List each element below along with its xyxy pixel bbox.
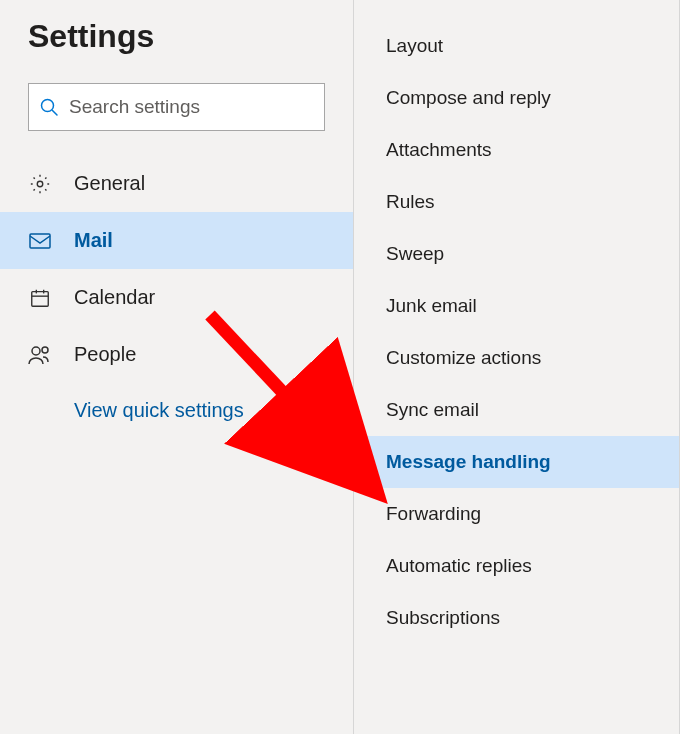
sub-item-subscriptions[interactable]: Subscriptions — [354, 592, 679, 644]
search-box[interactable] — [28, 83, 325, 131]
search-icon — [39, 97, 59, 117]
svg-rect-3 — [30, 234, 50, 248]
sub-item-label: Junk email — [386, 295, 477, 317]
nav-item-people[interactable]: People — [0, 326, 353, 383]
sub-item-label: Subscriptions — [386, 607, 500, 629]
calendar-icon — [28, 286, 52, 310]
sub-item-rules[interactable]: Rules — [354, 176, 679, 228]
general-icon — [28, 172, 52, 196]
sub-item-label: Sweep — [386, 243, 444, 265]
sub-item-label: Forwarding — [386, 503, 481, 525]
nav-item-calendar[interactable]: Calendar — [0, 269, 353, 326]
sub-item-label: Customize actions — [386, 347, 541, 369]
sub-item-label: Message handling — [386, 451, 551, 473]
search-input[interactable] — [69, 96, 314, 118]
sub-item-layout[interactable]: Layout — [354, 20, 679, 72]
page-title: Settings — [0, 18, 353, 55]
sub-item-label: Layout — [386, 35, 443, 57]
nav-item-general[interactable]: General — [0, 155, 353, 212]
nav-item-label: General — [74, 172, 145, 195]
sub-item-label: Automatic replies — [386, 555, 532, 577]
svg-point-2 — [37, 181, 43, 187]
settings-sidebar: Settings GeneralMailCalendarPeople View … — [0, 0, 354, 734]
nav-item-mail[interactable]: Mail — [0, 212, 353, 269]
svg-line-1 — [53, 111, 58, 116]
nav-item-label: People — [74, 343, 136, 366]
sub-item-sweep[interactable]: Sweep — [354, 228, 679, 280]
sub-item-sync-email[interactable]: Sync email — [354, 384, 679, 436]
sub-item-label: Sync email — [386, 399, 479, 421]
sub-item-compose-and-reply[interactable]: Compose and reply — [354, 72, 679, 124]
view-quick-settings-link[interactable]: View quick settings — [0, 383, 353, 422]
mail-icon — [28, 229, 52, 253]
svg-point-0 — [42, 100, 54, 112]
sub-item-automatic-replies[interactable]: Automatic replies — [354, 540, 679, 592]
nav-item-label: Calendar — [74, 286, 155, 309]
sub-item-label: Rules — [386, 191, 435, 213]
svg-point-11 — [32, 347, 40, 355]
svg-point-12 — [42, 347, 48, 353]
sub-item-message-handling[interactable]: Message handling — [354, 436, 679, 488]
svg-rect-4 — [32, 291, 49, 306]
sub-item-label: Attachments — [386, 139, 492, 161]
sub-item-attachments[interactable]: Attachments — [354, 124, 679, 176]
sub-item-junk-email[interactable]: Junk email — [354, 280, 679, 332]
people-icon — [28, 343, 52, 367]
sub-item-forwarding[interactable]: Forwarding — [354, 488, 679, 540]
sub-item-customize-actions[interactable]: Customize actions — [354, 332, 679, 384]
settings-submenu: LayoutCompose and replyAttachmentsRulesS… — [354, 0, 680, 734]
nav-item-label: Mail — [74, 229, 113, 252]
sub-item-label: Compose and reply — [386, 87, 551, 109]
